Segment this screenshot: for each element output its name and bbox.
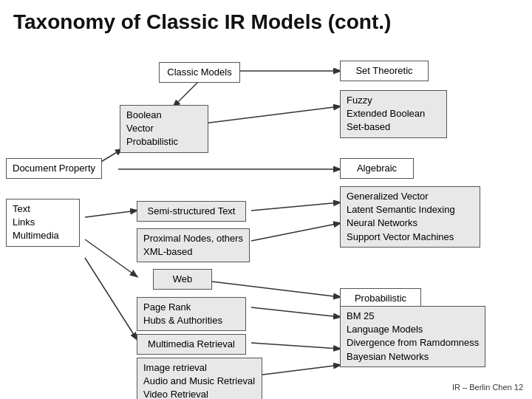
footer-text: IR – Berlin Chen 12 [452,383,523,392]
boolean-vector-box: Boolean Vector Probabilistic [120,105,208,153]
diagram-area: Classic Models Boolean Vector Probabilis… [0,40,532,395]
svg-line-8 [251,202,340,211]
web-box: Web [153,269,212,290]
svg-line-10 [200,280,340,297]
image-retrieval-box: Image retrieval Audio and Music Retrieva… [137,358,262,399]
page-title: Taxonomy of Classic IR Models (cont.) [0,0,532,40]
semi-structured-box: Semi-structured Text [137,201,246,222]
bm25-box: BM 25 Language Models Divergence from Ra… [340,306,485,367]
pagerank-box: Page Rank Hubs & Authorities [137,297,246,331]
proximal-box: Proximal Nodes, others XML-based [137,228,250,262]
fuzzy-box: Fuzzy Extended Boolean Set-based [340,90,447,138]
document-property-box: Document Property [6,158,102,179]
gen-vector-box: Generalized Vector Latent Semantic Index… [340,186,480,248]
svg-line-11 [251,307,340,317]
svg-line-7 [85,258,137,339]
svg-line-5 [85,211,137,217]
text-links-box: Text Links Multimedia [6,199,80,247]
svg-line-0 [174,81,200,106]
svg-line-12 [251,343,340,349]
algebraic-box: Algebraic [340,158,414,179]
set-theoretic-box: Set Theoretic [340,61,429,81]
svg-line-13 [251,365,340,376]
svg-line-9 [251,223,340,241]
multimedia-retrieval-box: Multimedia Retrieval [137,334,246,355]
svg-line-6 [85,239,137,276]
classic-models-box: Classic Models [159,62,240,83]
